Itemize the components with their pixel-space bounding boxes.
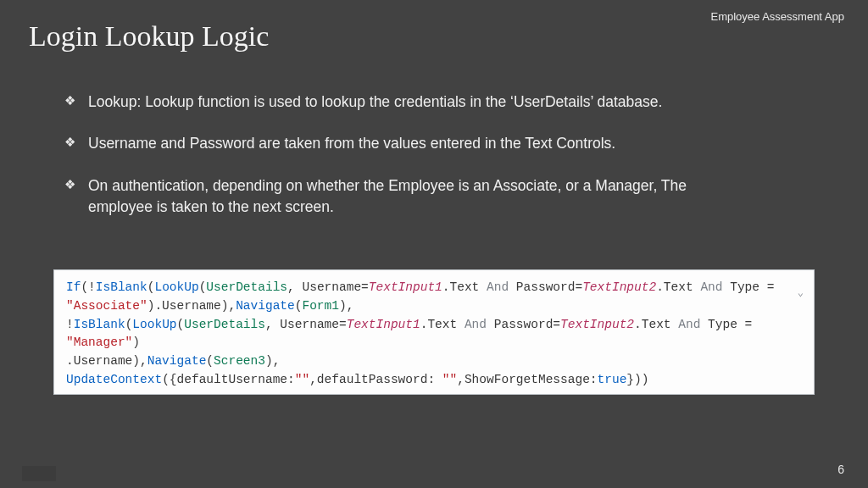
chevron-down-icon: ⌄: [798, 286, 804, 301]
bullet-list: Lookup: Lookup function is used to looku…: [64, 92, 709, 239]
code-block: ⌄ If(!IsBlank(LookUp(UserDetails, Userna…: [53, 269, 815, 395]
app-name-label: Employee Assessment App: [710, 10, 844, 23]
page-title: Login Lookup Logic: [29, 20, 269, 53]
page-number: 6: [837, 463, 844, 476]
list-item: On authentication, depending on whether …: [64, 175, 709, 219]
list-item: Username and Password are taken from the…: [64, 133, 709, 154]
list-item: Lookup: Lookup function is used to looku…: [64, 92, 709, 113]
footer-mark: [22, 466, 56, 481]
